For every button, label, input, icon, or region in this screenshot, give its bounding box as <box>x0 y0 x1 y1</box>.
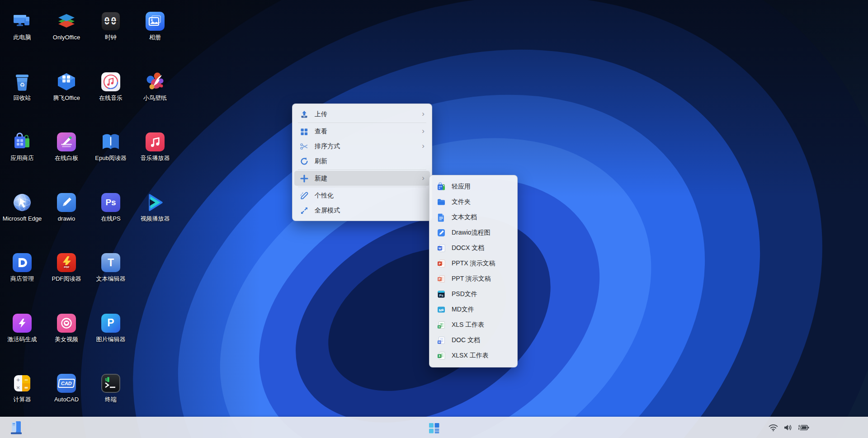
volume-icon[interactable] <box>783 424 792 431</box>
context-menu-item[interactable]: 全屏模式 <box>294 203 430 218</box>
desktop-icon-label: 商店管理 <box>10 275 34 283</box>
context-menu-item[interactable]: 刷新 <box>294 154 430 169</box>
submenu-item[interactable]: XXLS 工作表 <box>431 317 515 333</box>
submenu-item[interactable]: PPPT 演示文稿 <box>431 271 515 287</box>
desktop-icon-text-editor[interactable]: T文本编辑器 <box>90 252 132 283</box>
epub-reader-icon <box>100 132 121 152</box>
bird-wallpaper-icon <box>145 71 165 92</box>
desktop-icon-label: 音乐播放器 <box>141 155 170 162</box>
desktop-icon-label: 相册 <box>149 34 161 42</box>
pdf-reader-icon: PDF <box>56 252 77 273</box>
app-launcher-button[interactable] <box>425 419 443 437</box>
store-manager-icon <box>12 252 33 273</box>
context-menu-item[interactable]: 排序方式› <box>294 139 430 154</box>
context-menu-item[interactable]: 上传› <box>294 107 430 122</box>
desktop-icon-pdf-reader[interactable]: PDFPDF阅读器 <box>45 252 88 283</box>
desktop-icon-label: Epub阅读器 <box>95 155 126 162</box>
light-app-icon <box>437 182 446 191</box>
desktop-icon-autocad[interactable]: CADAutoCAD <box>45 373 88 404</box>
app-store-icon <box>12 132 33 152</box>
desktop-icon-tengfei-office[interactable]: 腾飞Office <box>45 71 88 102</box>
desktop-icon-epub-reader[interactable]: Epub阅读器 <box>90 132 132 162</box>
submenu-item-label: DOCX 文档 <box>452 244 484 252</box>
desktop-icon-whiteboard[interactable]: 在线白板 <box>45 132 88 162</box>
desktop-icon-photo-album[interactable]: 相册 <box>134 11 176 42</box>
wifi-icon[interactable] <box>769 424 778 432</box>
desktop-icon-label: AutoCAD <box>54 396 79 404</box>
svg-text:×: × <box>16 385 20 391</box>
svg-text:+: + <box>16 377 20 383</box>
sort-icon <box>300 142 309 151</box>
desktop-icon-label: 图片编辑器 <box>96 336 126 344</box>
submenu-item[interactable]: Drawio流程图 <box>431 225 515 240</box>
docx-file-icon: W <box>437 244 446 253</box>
svg-text:=: = <box>24 385 28 391</box>
desktop-icon-label: 腾飞Office <box>53 94 80 102</box>
desktop-icon-onlyoffice[interactable]: OnlyOffice <box>45 11 88 42</box>
submenu-item[interactable]: 文件夹 <box>431 194 515 210</box>
svg-text:$▊: $▊ <box>105 377 110 382</box>
context-menu-item[interactable]: 查看› <box>294 124 430 139</box>
context-menu-item-label: 排序方式 <box>315 142 340 151</box>
online-ps-icon: Ps <box>100 192 121 213</box>
drawio-icon <box>56 192 77 213</box>
submenu-item-label: XLSX 工作表 <box>452 352 489 360</box>
fullscreen-icon <box>300 206 309 215</box>
desktop-icon-video-player[interactable]: 视频播放器 <box>134 192 176 223</box>
desktop-icon-online-ps[interactable]: Ps在线PS <box>90 192 132 223</box>
desktop-icon-app-store[interactable]: 应用商店 <box>1 132 43 162</box>
desktop-icon-beauty-video[interactable]: 美女视频 <box>45 313 88 344</box>
context-menu: 上传›查看›排序方式›刷新新建›个性化全屏模式 <box>292 104 432 221</box>
desktop-icon-edge-browser[interactable]: Microsoft Edge <box>1 192 43 223</box>
desktop-icon-image-editor[interactable]: P图片编辑器 <box>90 313 132 344</box>
desktop-icon-recycle-bin[interactable]: ♻回收站 <box>1 71 43 102</box>
desktop-icon-drawio[interactable]: drawio <box>45 192 88 223</box>
submenu-item-label: PPT 演示文稿 <box>452 275 491 283</box>
desktop-icon-bird-wallpaper[interactable]: 小鸟壁纸 <box>134 71 176 102</box>
context-menu-item[interactable]: 新建› <box>294 171 430 186</box>
desktop-icon-calculator[interactable]: +−×=计算器 <box>1 373 43 404</box>
submenu-item-label: 文件夹 <box>452 198 471 206</box>
desktop-icon-label: 在线白板 <box>55 155 78 162</box>
svg-text:P: P <box>439 262 441 265</box>
desktop-icon-label: 小鸟壁纸 <box>143 94 167 102</box>
desktop-icon-clock[interactable]: 00时钟 <box>90 11 132 42</box>
desktop-icon-label: PDF阅读器 <box>52 275 81 283</box>
submenu-item[interactable]: 轻应用 <box>431 179 515 194</box>
desktop-icon-label: 视频播放器 <box>141 215 170 223</box>
desktop-icon-label: 在线PS <box>101 215 120 223</box>
doc-file-icon: W <box>437 336 446 345</box>
desktop-icon-terminal[interactable]: $▊终端 <box>90 373 132 404</box>
xlsx-file-icon: X <box>437 351 446 360</box>
start-button[interactable] <box>7 419 25 437</box>
desktop-icon-my-computer[interactable]: 此电脑 <box>1 11 43 42</box>
submenu-item[interactable]: PsPSD文件 <box>431 287 515 302</box>
menu-separator <box>298 170 426 170</box>
desktop-icon-music-player[interactable]: 音乐播放器 <box>134 132 176 162</box>
drawio-file-icon <box>437 228 446 237</box>
desktop-icon-keygen[interactable]: 激活码生成 <box>1 313 43 344</box>
submenu-item[interactable]: XXLSX 工作表 <box>431 348 515 363</box>
submenu-item[interactable]: WDOCX 文档 <box>431 240 515 256</box>
app-launcher-icon <box>428 422 440 434</box>
submenu-item[interactable]: MMD文件 <box>431 302 515 317</box>
svg-text:X: X <box>439 354 441 358</box>
svg-text:−: − <box>24 377 28 383</box>
desktop-icon-online-music[interactable]: 在线音乐 <box>90 71 132 102</box>
desktop-icon-label: 回收站 <box>14 94 31 102</box>
submenu-item[interactable]: WDOC 文档 <box>431 333 515 348</box>
context-menu-item[interactable]: 个性化 <box>294 188 430 203</box>
desktop-icon-label: 激活码生成 <box>8 336 37 344</box>
battery-charging-icon[interactable] <box>797 424 809 431</box>
edge-browser-icon <box>12 192 33 213</box>
context-menu-item-label: 个性化 <box>315 192 334 200</box>
context-menu-item-label: 查看 <box>315 127 327 136</box>
submenu-item[interactable]: 文本文档 <box>431 210 515 225</box>
submenu-item[interactable]: PPPTX 演示文稿 <box>431 256 515 271</box>
tengfei-office-icon <box>56 71 77 92</box>
desktop-icon-store-manager[interactable]: 商店管理 <box>1 252 43 283</box>
desktop-screen: { "desktop": { "icons": [ {"label": "此电脑… <box>0 0 868 438</box>
submenu-item-label: MD文件 <box>452 306 474 314</box>
online-music-icon <box>100 71 121 92</box>
desktop-icon-label: OnlyOffice <box>53 34 80 42</box>
